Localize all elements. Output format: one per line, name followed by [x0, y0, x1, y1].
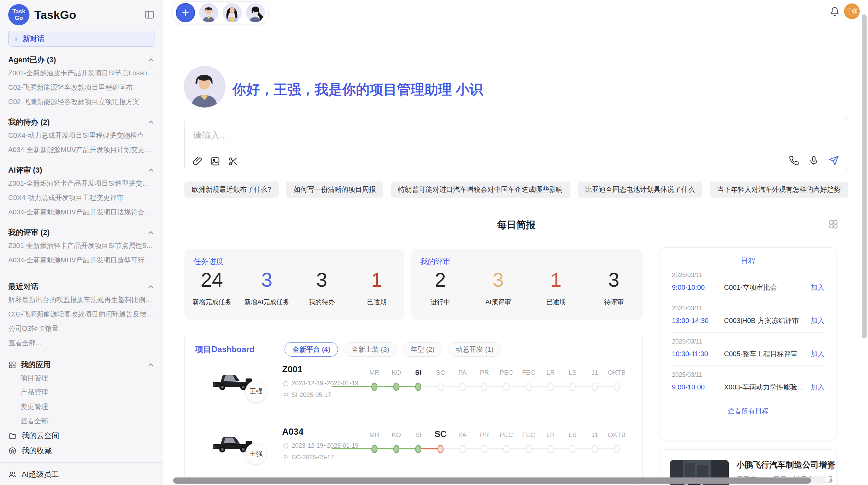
chat-input[interactable] — [193, 129, 776, 150]
tab-model-year[interactable]: 年型 (2) — [402, 342, 442, 357]
recent-chat-item[interactable]: 解释最新出台的欧盟报废车法规再生塑料比例被调至15%... — [8, 293, 155, 307]
app-item[interactable]: 产品管理 — [8, 385, 155, 399]
chevron-up-icon[interactable] — [147, 166, 155, 174]
user-avatar[interactable]: 王强 — [844, 3, 860, 19]
send-icon[interactable] — [829, 156, 839, 166]
recent-chat-item[interactable]: C02-飞腾新能源轻客改款项目的闭环通告反馈情况 — [8, 307, 155, 321]
project-row-a034[interactable]: 王强 A034 2023-12-19~2026-01-19 SC-2025-05… — [185, 424, 642, 481]
schedule-event-title: X003-车辆动力学性能验... — [724, 383, 811, 392]
project-owner-badge: 王强 — [245, 443, 267, 465]
recent-chat-item[interactable]: 公司Q3轻卡销量 — [8, 321, 155, 336]
project-code: Z001 — [282, 364, 302, 375]
clock-icon — [283, 381, 289, 387]
sidebar-item[interactable]: Z001-全新燃油皮卡产品开发项目SI节点Lesson Learn报告 — [8, 66, 155, 80]
sidebar-item[interactable]: C02-飞腾新能源轻客改款项目里程碑画布 — [8, 80, 155, 95]
tab-upfit[interactable]: 全新上装 (3) — [343, 342, 397, 357]
sidebar-item[interactable]: Z001-全新燃油轻卡产品开发项目SI造型提交物评审 — [8, 176, 155, 190]
join-link[interactable]: 加入 — [811, 316, 824, 325]
sidebar-item[interactable]: Z001-全新燃油轻卡产品开发项目SI节点属性5D文件评审 — [8, 238, 155, 253]
agent-avatar-1[interactable] — [199, 3, 218, 22]
milestone-label: OKTB — [603, 431, 630, 439]
task-progress-card: 任务进度 24 新增完成任务 3 新增AI完成任务 3 我的待办 1 已逾期 — [184, 249, 404, 320]
sidebar-item[interactable]: C02-飞腾新能源轻客改款项目立项汇报方案 — [8, 95, 155, 109]
milestone-label: OKTB — [603, 369, 630, 376]
view-all-schedule-link[interactable]: 查看所有日程 — [672, 399, 824, 416]
schedule-title: 日程 — [672, 256, 824, 266]
app-item[interactable]: 变更管理 — [8, 399, 155, 414]
suggestion-chip[interactable]: 比亚迪全固态电池计划具体说了什么 — [578, 182, 702, 198]
notification-bell-icon[interactable] — [830, 6, 840, 16]
sidebar-item[interactable]: A034-全新新能源MUV产品开发项目计划变更表编写 — [8, 142, 155, 157]
sidebar-item[interactable]: C0X4-动力总成开发项目SI里程碑提交物检查 — [8, 128, 155, 142]
recent-view-all[interactable]: 查看全部... — [8, 336, 155, 350]
stat-label: 待评审 — [585, 298, 643, 307]
scroll-down-arrow[interactable] — [830, 467, 834, 471]
schedule-time: 9:00-10:00 — [672, 284, 724, 291]
milestone-dot — [459, 383, 466, 391]
chevron-up-icon[interactable] — [147, 361, 155, 369]
milestone-dot — [503, 445, 509, 453]
microphone-icon[interactable] — [809, 156, 819, 166]
project-flag-milestone: SC-2025-05-17 — [283, 454, 334, 461]
tab-powertrain[interactable]: 动总开发 (1) — [448, 342, 501, 357]
my-review-card: 我的评审 2 进行中 3 AI预评审 1 已逾期 3 待评审 — [411, 249, 643, 320]
suggestion-chip[interactable]: 如何写一份清晰的项目周报 — [286, 182, 383, 198]
attachment-icon[interactable] — [192, 156, 203, 166]
section-header-agent-done: Agent已办 (3) — [8, 54, 155, 66]
image-upload-icon[interactable] — [210, 156, 220, 166]
star-badge-icon — [8, 447, 17, 455]
join-link[interactable]: 加入 — [811, 349, 824, 359]
sidebar-item[interactable]: A034-全新新能源MUV产品开发项目法规符合性评审 — [8, 205, 155, 219]
chevron-up-icon[interactable] — [147, 56, 155, 64]
clock-icon — [283, 443, 289, 449]
suggestion-chip[interactable]: 当下年轻人对汽车外观有怎样的喜好趋势 — [710, 182, 848, 198]
agent-avatar-2[interactable] — [222, 3, 242, 22]
milestone-dot — [547, 383, 554, 391]
suggestion-chip[interactable]: 欧洲新规最近颁布了什么? — [184, 182, 279, 198]
chevron-up-icon[interactable] — [147, 228, 155, 237]
join-link[interactable]: 加入 — [811, 283, 824, 292]
project-owner-badge: 王强 — [245, 381, 267, 402]
schedule-item: 2025/03/11 10:30-11:30 C005-整车工程目标评审 加入 — [672, 333, 824, 366]
new-chat-button[interactable]: + 新对话 — [8, 31, 155, 47]
sidebar-item-help-write[interactable]: 帮我写作 — [8, 482, 155, 485]
horizontal-scrollbar-thumb[interactable] — [173, 477, 811, 484]
stat: 2 进行中 — [411, 269, 469, 307]
milestone-dot — [481, 445, 487, 453]
milestone-dot — [481, 383, 487, 391]
sidebar-item-ai-staff[interactable]: AI超级员工 — [8, 467, 155, 482]
greeting-text: 你好，王强，我是你的项目管理助理 小识 — [232, 80, 483, 99]
sidebar-item[interactable]: C0X4-动力总成开发项目工程变更评审 — [8, 190, 155, 205]
suggestion-chip[interactable]: 特朗普可能对进口汽车增税会对中国车企造成哪些影响 — [391, 182, 570, 198]
scissors-icon[interactable] — [228, 156, 238, 166]
agent-avatar-3[interactable] — [246, 3, 265, 22]
apps-view-all[interactable]: 查看全部.. — [8, 414, 155, 428]
app-item[interactable]: 项目管理 — [8, 371, 155, 385]
vertical-scrollbar-thumb[interactable] — [862, 14, 867, 338]
chevron-up-icon[interactable] — [147, 118, 155, 126]
milestone-dot — [371, 383, 377, 391]
favorites-label: 我的收藏 — [22, 446, 52, 456]
phone-call-icon[interactable] — [789, 156, 799, 166]
sidebar-item-cloud-space[interactable]: 我的云空间 — [8, 428, 155, 443]
stat-label: 已逾期 — [527, 298, 585, 307]
sidebar-item[interactable]: A034-全新新能源MUV产品开发项目造型可行性评审 — [8, 253, 155, 267]
add-agent-button[interactable]: + — [176, 3, 195, 22]
stat-value: 3 — [585, 269, 643, 291]
tab-platform[interactable]: 全新平台 (4) — [285, 342, 338, 357]
stat-value: 24 — [184, 269, 239, 291]
milestone-dot — [614, 445, 620, 453]
section-header-my-todo: 我的待办 (2) — [8, 116, 155, 128]
sidebar-item-favorites[interactable]: 我的收藏 — [8, 443, 155, 458]
app-logo: Task Go — [8, 4, 29, 25]
schedule-time: 13:00-14:30 — [672, 317, 724, 325]
scroll-right-arrow[interactable] — [830, 478, 833, 483]
chevron-up-icon[interactable] — [147, 283, 155, 291]
milestone-dot — [592, 445, 598, 453]
project-row-z001[interactable]: 王强 Z001 2023-12-19~2027-01-19 SI-2025-05… — [185, 361, 642, 419]
join-link[interactable]: 加入 — [811, 383, 824, 392]
sidebar-collapse-icon[interactable] — [144, 9, 155, 20]
layout-grid-icon[interactable] — [828, 219, 839, 229]
section-header-my-review: 我的评审 (2) — [8, 227, 155, 238]
milestone-dot — [569, 383, 576, 391]
